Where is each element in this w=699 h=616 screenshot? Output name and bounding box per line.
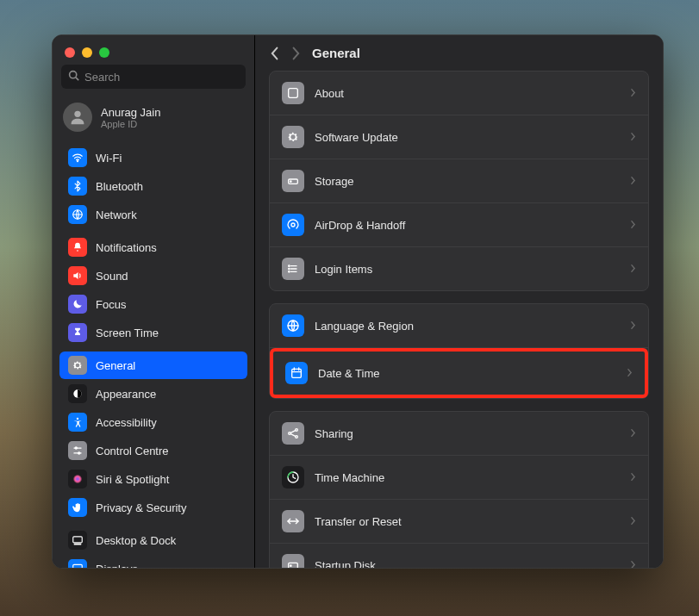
svg-line-35: [290, 434, 295, 437]
network-icon: [68, 205, 87, 224]
bluetooth-icon: [68, 177, 87, 196]
sidebar-item-label: Bluetooth: [96, 180, 143, 193]
switches-icon: [68, 441, 87, 460]
svg-point-10: [78, 452, 80, 454]
svg-point-2: [74, 111, 80, 117]
sidebar-item-desktop-dock[interactable]: Desktop & Dock: [59, 526, 247, 554]
svg-point-25: [289, 271, 290, 272]
row-label: Storage: [315, 175, 620, 188]
sidebar: Anurag Jain Apple ID Wi-FiBluetoothNetwo…: [53, 35, 255, 568]
row-label: Sharing: [315, 427, 620, 440]
sound-icon: [68, 266, 87, 285]
svg-rect-16: [289, 89, 298, 98]
settings-panel: Language & RegionDate & Time: [269, 303, 649, 399]
svg-point-23: [289, 265, 290, 266]
chevron-right-icon: [630, 513, 636, 529]
share-icon: [282, 422, 304, 445]
chevron-right-icon: [627, 365, 633, 381]
chevron-right-icon: [630, 426, 636, 441]
siri-icon: [68, 470, 87, 488]
row-label: AirDrop & Handoff: [315, 219, 620, 232]
chevron-right-icon: [630, 261, 636, 277]
sidebar-item-accessibility[interactable]: Accessibility: [59, 408, 247, 436]
gear-icon: [282, 126, 304, 148]
hand-icon: [68, 498, 87, 517]
row-label: About: [315, 87, 620, 100]
storage-icon: [282, 170, 304, 192]
row-airdrop[interactable]: AirDrop & Handoff: [270, 203, 648, 247]
sidebar-item-appearance[interactable]: Appearance: [59, 380, 247, 408]
titlebar: General: [255, 35, 663, 71]
row-time-machine[interactable]: Time Machine: [270, 456, 648, 500]
row-label: Transfer or Reset: [315, 515, 620, 528]
svg-point-24: [289, 268, 290, 269]
sidebar-item-focus[interactable]: Focus: [59, 290, 247, 318]
sidebar-item-label: Appearance: [96, 388, 156, 401]
row-sharing[interactable]: Sharing: [270, 412, 648, 456]
sidebar-item-privacy[interactable]: Privacy & Security: [59, 494, 247, 521]
search-field[interactable]: [61, 65, 246, 89]
wifi-icon: [68, 148, 87, 167]
row-transfer-reset[interactable]: Transfer or Reset: [270, 500, 648, 544]
sidebar-list[interactable]: Wi-FiBluetoothNetworkNotificationsSoundF…: [53, 139, 254, 568]
row-storage[interactable]: Storage: [270, 159, 648, 203]
accessibility-icon: [68, 413, 87, 432]
svg-line-34: [290, 431, 295, 433]
row-label: Date & Time: [318, 367, 616, 380]
row-software-update[interactable]: Software Update: [270, 115, 648, 159]
sidebar-item-label: General: [96, 359, 135, 372]
sidebar-item-screen-time[interactable]: Screen Time: [59, 319, 247, 346]
appearance-icon: [68, 384, 87, 403]
sidebar-item-displays[interactable]: Displays: [59, 555, 247, 568]
chevron-right-icon: [630, 129, 636, 145]
sidebar-item-siri[interactable]: Siri & Spotlight: [59, 465, 247, 493]
dock-icon: [68, 531, 87, 550]
apple-id-row[interactable]: Anurag Jain Apple ID: [53, 96, 254, 139]
sidebar-item-sound[interactable]: Sound: [59, 262, 247, 289]
user-subtitle: Apple ID: [101, 119, 160, 129]
svg-line-1: [76, 78, 78, 80]
svg-point-39: [290, 565, 291, 566]
row-login-items[interactable]: Login Items: [270, 247, 648, 290]
minimize-window-button[interactable]: [82, 47, 92, 58]
row-label: Startup Disk: [315, 559, 620, 569]
row-date-time[interactable]: Date & Time: [270, 348, 648, 398]
svg-rect-12: [73, 537, 83, 543]
sidebar-item-label: Focus: [96, 298, 126, 311]
sidebar-item-general[interactable]: General: [59, 352, 247, 379]
sidebar-item-label: Network: [96, 208, 137, 221]
row-startup-disk[interactable]: Startup Disk: [270, 544, 648, 568]
sidebar-item-label: Accessibility: [96, 416, 157, 429]
sidebar-item-notifications[interactable]: Notifications: [59, 233, 247, 261]
svg-point-11: [73, 475, 83, 484]
chevron-right-icon: [630, 557, 636, 568]
settings-panel: AboutSoftware UpdateStorageAirDrop & Han…: [269, 71, 649, 291]
sidebar-item-label: Control Centre: [96, 445, 169, 457]
content-body[interactable]: AboutSoftware UpdateStorageAirDrop & Han…: [255, 71, 663, 568]
sidebar-item-label: Siri & Spotlight: [96, 473, 169, 486]
sidebar-item-wifi[interactable]: Wi-Fi: [59, 144, 247, 171]
sidebar-item-label: Wi-Fi: [96, 152, 122, 165]
airdrop-icon: [282, 214, 304, 236]
sidebar-item-control-centre[interactable]: Control Centre: [59, 437, 247, 464]
globe-icon: [282, 314, 304, 337]
sidebar-item-network[interactable]: Network: [59, 201, 247, 228]
nav-forward-button[interactable]: [291, 47, 300, 60]
row-label: Time Machine: [315, 471, 620, 484]
sidebar-item-label: Screen Time: [96, 327, 159, 339]
sidebar-item-label: Sound: [96, 270, 128, 283]
row-language-region[interactable]: Language & Region: [270, 304, 648, 348]
row-label: Login Items: [315, 263, 620, 276]
chevron-right-icon: [630, 173, 636, 189]
nav-back-button[interactable]: [271, 47, 279, 60]
chevron-right-icon: [630, 217, 636, 233]
close-window-button[interactable]: [65, 47, 75, 58]
svg-rect-27: [292, 369, 302, 377]
fullscreen-window-button[interactable]: [99, 47, 109, 58]
sidebar-item-bluetooth[interactable]: Bluetooth: [59, 172, 247, 200]
gear-icon: [68, 356, 87, 375]
row-about[interactable]: About: [270, 72, 648, 115]
search-input[interactable]: [84, 71, 239, 84]
svg-point-8: [75, 447, 77, 449]
hourglass-icon: [68, 323, 87, 342]
